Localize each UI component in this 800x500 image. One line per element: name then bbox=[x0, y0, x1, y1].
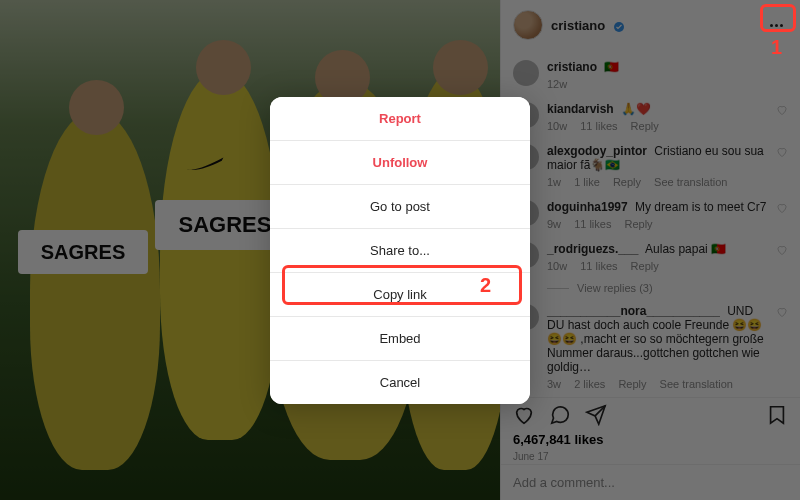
menu-report[interactable]: Report bbox=[270, 97, 530, 141]
menu-share-to[interactable]: Share to... bbox=[270, 229, 530, 273]
annotation-label-1: 1 bbox=[771, 36, 782, 59]
menu-go-to-post[interactable]: Go to post bbox=[270, 185, 530, 229]
menu-cancel[interactable]: Cancel bbox=[270, 361, 530, 404]
menu-unfollow[interactable]: Unfollow bbox=[270, 141, 530, 185]
modal-scrim[interactable]: Report Unfollow Go to post Share to... C… bbox=[0, 0, 800, 500]
options-menu: Report Unfollow Go to post Share to... C… bbox=[270, 97, 530, 404]
menu-embed[interactable]: Embed bbox=[270, 317, 530, 361]
annotation-label-2: 2 bbox=[480, 274, 491, 297]
